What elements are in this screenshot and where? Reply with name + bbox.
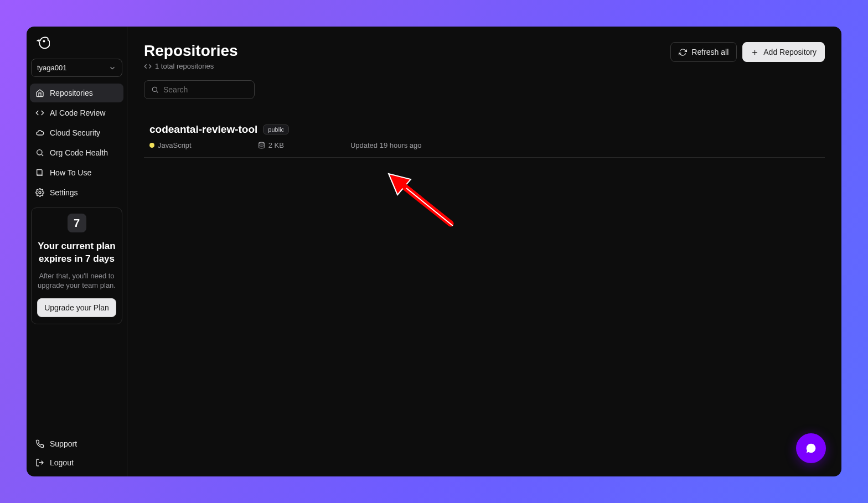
page-title: Repositories	[144, 42, 238, 60]
svg-line-15	[404, 186, 451, 224]
repo-updated-label: Updated 19 hours ago	[350, 141, 422, 149]
chevron-down-icon	[108, 64, 116, 72]
sidebar-item-repositories[interactable]: Repositories	[30, 84, 123, 102]
repo-language-label: JavaScript	[158, 141, 192, 149]
title-block: Repositories 1 total repositories	[144, 42, 238, 70]
search-field-wrapper[interactable]	[144, 80, 255, 99]
add-repository-button[interactable]: Add Repository	[742, 42, 825, 62]
svg-point-7	[152, 87, 157, 91]
svg-line-10	[402, 185, 451, 224]
plan-card: 7 Your current plan expires in 7 days Af…	[31, 208, 122, 324]
repo-item[interactable]: codeantai-review-tool public JavaScript …	[144, 116, 825, 158]
header-actions: Refresh all Add Repository	[670, 42, 825, 62]
sidebar-item-logout[interactable]: Logout	[30, 454, 123, 471]
support-label: Support	[50, 439, 77, 448]
sidebar-item-cloud-security[interactable]: Cloud Security	[30, 123, 123, 142]
repo-list: codeantai-review-tool public JavaScript …	[144, 116, 825, 158]
page-subtitle: 1 total repositories	[155, 62, 214, 70]
svg-point-1	[37, 150, 42, 155]
logout-icon	[35, 458, 44, 467]
sidebar-item-label: AI Code Review	[50, 108, 105, 117]
add-repo-label: Add Repository	[763, 48, 817, 56]
phone-icon	[35, 439, 44, 448]
visibility-badge: public	[263, 125, 289, 134]
chat-fab[interactable]	[796, 433, 826, 463]
sidebar-item-settings[interactable]: Settings	[30, 183, 123, 202]
plus-icon	[751, 48, 759, 56]
refresh-label: Refresh all	[691, 48, 728, 56]
days-remaining-badge: 7	[68, 214, 86, 232]
sidebar-bottom-nav: Support Logout	[30, 435, 123, 472]
user-selector[interactable]: tyaga001	[31, 59, 122, 77]
svg-point-3	[39, 191, 41, 194]
logout-label: Logout	[50, 458, 74, 467]
main-header: Repositories 1 total repositories Refres…	[144, 42, 825, 70]
arrow-annotation	[385, 169, 457, 230]
book-icon	[35, 168, 44, 177]
chat-icon	[805, 442, 817, 454]
repo-size-label: 2 KB	[268, 141, 284, 149]
sidebar-item-support[interactable]: Support	[30, 435, 123, 452]
repo-name: codeantai-review-tool	[149, 123, 257, 136]
database-icon	[258, 142, 265, 149]
sidebar-item-label: Cloud Security	[50, 128, 100, 137]
sidebar-nav: Repositories AI Code Review Cloud Securi…	[30, 84, 123, 202]
language-color-dot	[149, 143, 154, 148]
sidebar-item-ai-code-review[interactable]: AI Code Review	[30, 103, 123, 122]
code-icon	[35, 108, 44, 117]
search-row	[144, 80, 825, 99]
repo-size: 2 KB	[258, 141, 284, 149]
sidebar-item-org-code-health[interactable]: Org Code Health	[30, 143, 123, 162]
code-icon	[144, 63, 152, 70]
svg-point-9	[259, 142, 264, 144]
sidebar-item-label: How To Use	[50, 168, 91, 177]
plan-subtitle: After that, you'll need to upgrade your …	[37, 271, 116, 291]
sidebar-item-how-to-use[interactable]: How To Use	[30, 163, 123, 182]
sidebar: tyaga001 Repositories AI Code Review	[27, 27, 127, 476]
cloud-icon	[35, 128, 44, 137]
svg-line-2	[42, 154, 43, 156]
search-icon	[35, 148, 44, 157]
search-input[interactable]	[163, 85, 247, 94]
repo-language: JavaScript	[149, 141, 192, 149]
svg-marker-11	[389, 174, 411, 195]
svg-line-14	[404, 186, 451, 224]
upgrade-plan-button[interactable]: Upgrade your Plan	[37, 298, 116, 317]
main-content: Repositories 1 total repositories Refres…	[127, 27, 841, 476]
app-window: tyaga001 Repositories AI Code Review	[27, 27, 841, 476]
repo-updated: Updated 19 hours ago	[350, 141, 422, 149]
spacer	[30, 324, 123, 435]
repo-meta: JavaScript 2 KB Updated 19 hours ago	[149, 141, 819, 149]
sidebar-item-label: Repositories	[50, 89, 93, 97]
refresh-all-button[interactable]: Refresh all	[670, 42, 737, 62]
logo-row	[30, 34, 123, 59]
svg-marker-13	[389, 174, 411, 195]
page-subtitle-row: 1 total repositories	[144, 62, 238, 70]
gear-icon	[35, 188, 44, 197]
svg-point-0	[43, 40, 44, 42]
sidebar-item-label: Org Code Health	[50, 148, 108, 157]
svg-line-8	[157, 91, 158, 92]
plan-title: Your current plan expires in 7 days	[37, 240, 116, 266]
user-name: tyaga001	[37, 64, 67, 72]
refresh-icon	[679, 48, 687, 56]
repo-title-row: codeantai-review-tool public	[149, 123, 819, 136]
search-icon	[151, 86, 159, 94]
app-logo	[34, 35, 120, 51]
home-icon	[35, 89, 44, 97]
sidebar-item-label: Settings	[50, 188, 78, 197]
